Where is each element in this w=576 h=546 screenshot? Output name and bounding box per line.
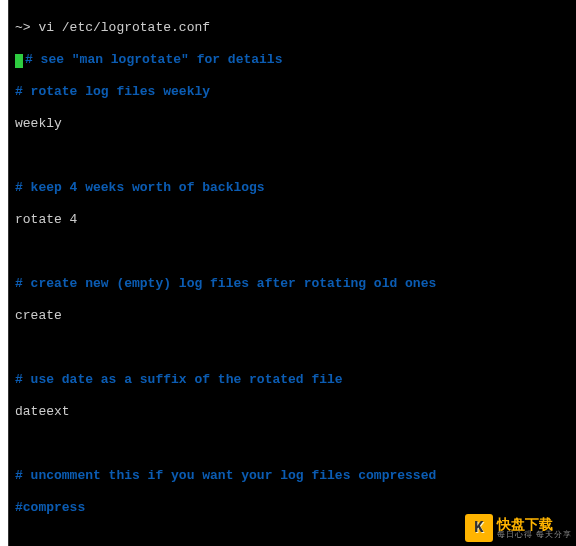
watermark-icon [465, 514, 493, 542]
comment-use-date: # use date as a suffix of the rotated fi… [15, 372, 570, 388]
cursor-block [15, 54, 23, 68]
comment-uncomment-compress: # uncomment this if you want your log fi… [15, 468, 570, 484]
watermark-sub: 每日心得 每天分享 [497, 531, 572, 539]
comment-create-new: # create new (empty) log files after rot… [15, 276, 570, 292]
comment-keep-backlogs: # keep 4 weeks worth of backlogs [15, 180, 570, 196]
directive-create: create [15, 308, 570, 324]
directive-dateext: dateext [15, 404, 570, 420]
comment-see-man: # see "man logrotate" for details [25, 52, 282, 67]
command-prompt: ~> vi /etc/logrotate.conf [15, 20, 210, 35]
watermark: 快盘下载 每日心得 每天分享 [463, 512, 574, 544]
directive-weekly: weekly [15, 116, 570, 132]
terminal-window[interactable]: ~> vi /etc/logrotate.conf # see "man log… [8, 0, 576, 546]
watermark-main: 快盘下载 [497, 517, 572, 531]
comment-rotate-weekly: # rotate log files weekly [15, 84, 570, 100]
watermark-text: 快盘下载 每日心得 每天分享 [497, 517, 572, 539]
directive-rotate4: rotate 4 [15, 212, 570, 228]
